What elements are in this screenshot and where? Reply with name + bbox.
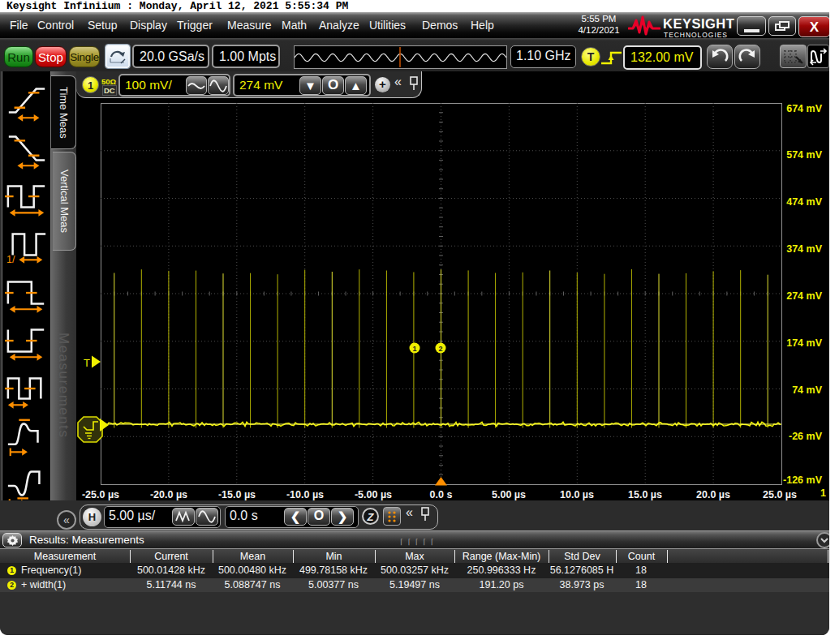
svg-text:-10.0 µs: -10.0 µs (286, 489, 324, 500)
svg-text:-26 mV: -26 mV (789, 431, 823, 442)
svg-text:-15.0 µs: -15.0 µs (218, 489, 256, 500)
svg-text:1: 1 (412, 345, 416, 353)
svg-text:10.0 µs: 10.0 µs (560, 489, 594, 500)
svg-text:174 mV: 174 mV (786, 337, 822, 349)
svg-text:20.0 µs: 20.0 µs (696, 489, 730, 500)
svg-text:-5.00 µs: -5.00 µs (355, 489, 392, 500)
svg-text:0.0 s: 0.0 s (430, 489, 453, 500)
svg-text:574 mV: 574 mV (786, 149, 822, 161)
svg-text:-126 mV: -126 mV (783, 474, 823, 486)
svg-text:-20.0 µs: -20.0 µs (150, 489, 187, 500)
svg-text:1: 1 (820, 487, 826, 499)
svg-text:2: 2 (438, 345, 442, 353)
svg-text:374 mV: 374 mV (786, 243, 822, 255)
svg-text:1/: 1/ (6, 254, 15, 265)
svg-text:15.0 µs: 15.0 µs (628, 489, 662, 500)
svg-text:474 mV: 474 mV (786, 196, 822, 208)
svg-text:25.0 µs: 25.0 µs (763, 489, 797, 500)
svg-text:274 mV: 274 mV (786, 290, 822, 302)
svg-text:-25.0 µs: -25.0 µs (82, 489, 119, 500)
svg-text:5.00 µs: 5.00 µs (492, 489, 526, 500)
svg-text:T: T (84, 357, 90, 369)
svg-text:74 mV: 74 mV (792, 384, 822, 396)
svg-text:674 mV: 674 mV (786, 103, 822, 114)
